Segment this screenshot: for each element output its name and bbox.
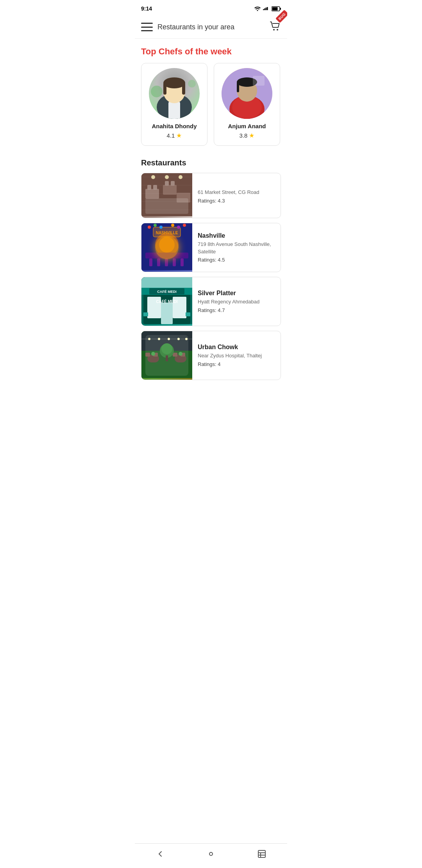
svg-rect-32 (141, 173, 192, 216)
chefs-scroll: Anahita Dhondy 4.1 ★ (141, 63, 281, 149)
svg-point-0 (257, 10, 258, 11)
svg-rect-92 (258, 850, 265, 857)
svg-point-77 (168, 338, 170, 340)
restaurants-title: Restaurants (141, 158, 281, 167)
svg-point-55 (148, 226, 151, 229)
svg-rect-35 (177, 193, 190, 203)
svg-rect-36 (147, 185, 151, 190)
svg-point-13 (163, 77, 185, 88)
restaurant-3-illustration: CAFÉ MEDI (141, 277, 192, 324)
battery-icon (272, 6, 281, 11)
restaurant-3-name: Silver Platter (198, 290, 275, 297)
svg-point-79 (185, 338, 188, 340)
restaurant-card-4[interactable]: Urban Chowk Near Zydus Hospital, Thaltej… (141, 331, 281, 380)
svg-rect-52 (181, 258, 184, 266)
restaurant-4-address: Near Zydus Hospital, Thaltej (198, 352, 275, 359)
svg-point-89 (151, 352, 155, 356)
svg-rect-14 (163, 83, 166, 95)
status-bar: 9:14 (135, 0, 287, 16)
svg-point-9 (277, 29, 278, 30)
restaurant-card-2[interactable]: NASHVILLE Nashville 719 8th Avenue South… (141, 223, 281, 272)
restaurant-img-1 (141, 173, 192, 218)
svg-rect-3 (266, 7, 267, 10)
menu-icon[interactable] (141, 23, 153, 31)
svg-rect-70 (186, 312, 190, 316)
restaurant-1-rating: Ratings: 4.3 (198, 198, 275, 204)
restaurant-1-illustration (141, 173, 192, 216)
restaurant-card-3[interactable]: CAFÉ MEDI Silver Platter Hyatt Regency A… (141, 277, 281, 326)
chef-2-rating-value: 3.8 (240, 132, 248, 139)
nav-menu[interactable] (249, 848, 274, 860)
chef-2-rating: 3.8 ★ (240, 132, 255, 139)
chef-2-name: Anjum Anand (228, 123, 266, 129)
status-icons (254, 6, 281, 11)
restaurant-info-3: Silver Platter Hyatt Regency Ahmedabad R… (192, 277, 281, 326)
svg-rect-80 (147, 355, 159, 362)
svg-point-42 (179, 175, 182, 179)
svg-rect-1 (263, 9, 264, 10)
svg-rect-11 (168, 101, 180, 119)
svg-point-58 (171, 224, 174, 227)
restaurant-img-2: NASHVILLE (141, 223, 192, 272)
chef-avatar-1 (149, 68, 200, 119)
main-content: Top Chefs of the week (135, 39, 287, 419)
svg-rect-73 (141, 331, 192, 351)
svg-rect-65 (173, 297, 186, 318)
svg-rect-2 (264, 8, 265, 10)
svg-point-78 (177, 338, 180, 340)
bottom-nav (135, 843, 287, 868)
menu-nav-icon (257, 849, 266, 859)
chef-2-star: ★ (249, 132, 254, 139)
svg-rect-71 (141, 277, 192, 288)
restaurant-info-4: Urban Chowk Near Zydus Hospital, Thaltej… (192, 331, 281, 380)
restaurant-img-3: CAFÉ MEDI (141, 277, 192, 326)
svg-point-17 (188, 80, 196, 88)
svg-rect-48 (149, 258, 152, 266)
svg-rect-33 (145, 189, 159, 199)
restaurant-3-rating: Ratings: 4.7 (198, 307, 275, 313)
top-chefs-title: Top Chefs of the week (141, 47, 281, 57)
cart-icon-container[interactable]: BUG (269, 20, 281, 34)
svg-text:NASHVILLE: NASHVILLE (156, 231, 178, 235)
svg-rect-50 (165, 258, 168, 266)
svg-point-57 (159, 226, 163, 229)
signal-icon (263, 6, 269, 11)
restaurant-list: 61 Market Street, CG Road Ratings: 4.3 (141, 173, 281, 380)
svg-rect-83 (153, 353, 158, 357)
svg-point-59 (177, 226, 180, 229)
header-title: Restaurants in your area (157, 23, 269, 31)
svg-point-56 (154, 224, 157, 227)
svg-rect-85 (181, 353, 185, 357)
svg-point-91 (209, 852, 213, 855)
home-icon (206, 849, 216, 859)
restaurant-2-rating: Ratings: 4.5 (198, 257, 275, 263)
wifi-icon (254, 6, 261, 11)
svg-point-87 (161, 343, 172, 354)
svg-rect-38 (165, 181, 169, 186)
restaurant-4-name: Urban Chowk (198, 344, 275, 351)
svg-rect-84 (173, 353, 177, 357)
svg-point-90 (179, 352, 182, 356)
svg-rect-23 (237, 82, 239, 92)
svg-point-41 (165, 175, 169, 179)
chef-1-star: ★ (176, 132, 182, 139)
svg-rect-34 (163, 185, 177, 195)
chef-card-1[interactable]: Anahita Dhondy 4.1 ★ (141, 63, 207, 146)
svg-rect-88 (166, 355, 168, 361)
nav-home[interactable] (198, 848, 224, 860)
svg-rect-49 (157, 258, 160, 266)
svg-point-86 (160, 344, 174, 358)
restaurant-3-address: Hyatt Regency Ahmedabad (198, 298, 275, 305)
restaurant-card-1[interactable]: 61 Market Street, CG Road Ratings: 4.3 (141, 173, 281, 218)
restaurant-2-address: 719 8th Avenue South Nashville, Satellit… (198, 241, 275, 255)
restaurant-2-illustration: NASHVILLE (141, 223, 192, 270)
svg-rect-37 (153, 185, 157, 190)
svg-rect-81 (175, 355, 186, 362)
restaurant-img-4 (141, 331, 192, 380)
nav-back[interactable] (148, 848, 173, 860)
svg-point-8 (273, 29, 275, 30)
chef-card-2[interactable]: Anjum Anand 3.8 ★ (214, 63, 280, 146)
svg-point-75 (148, 338, 150, 340)
svg-rect-43 (145, 189, 159, 199)
svg-point-46 (159, 237, 175, 253)
